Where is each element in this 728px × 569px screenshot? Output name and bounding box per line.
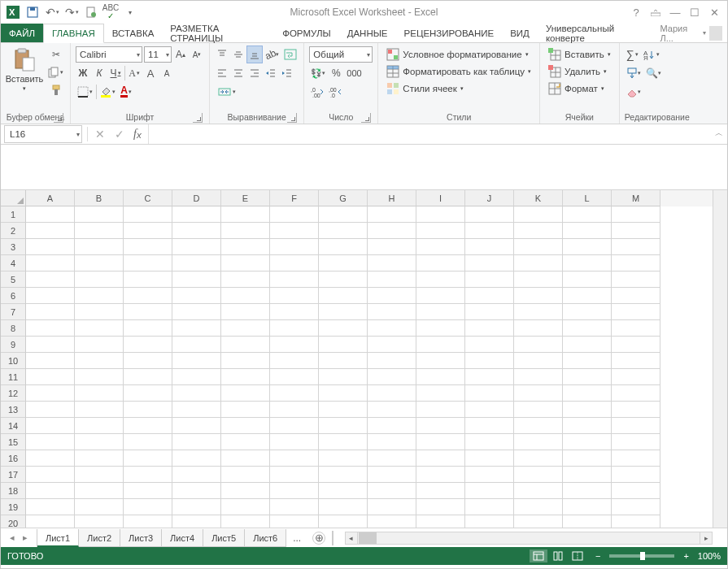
cell[interactable] [270,239,319,255]
cell[interactable] [514,304,563,320]
number-dialog-launcher[interactable] [361,113,371,123]
cell[interactable] [612,467,660,483]
tab-review[interactable]: РЕЦЕНЗИРОВАНИЕ [396,24,503,42]
cell[interactable] [612,483,660,499]
row-header[interactable]: 14 [1,418,26,434]
conditional-formatting-button[interactable]: Условное форматирование▾ [383,46,534,63]
cell[interactable] [26,418,75,434]
cell[interactable] [221,467,270,483]
cell[interactable] [75,515,124,528]
row-header[interactable]: 20 [1,515,26,528]
row-header[interactable]: 4 [1,255,26,271]
cell[interactable] [368,450,416,467]
column-header[interactable]: F [270,190,319,206]
autosum-button[interactable]: ∑▾ [625,46,640,63]
view-page-break-button[interactable] [569,549,586,562]
column-header[interactable]: L [563,190,612,206]
merge-button[interactable]: ▾ [215,84,239,100]
cell[interactable] [368,499,416,515]
cell[interactable] [75,353,124,369]
add-sheet-button[interactable]: ⊕ [312,532,325,545]
cell[interactable] [368,239,416,255]
cell[interactable] [563,320,612,337]
cell[interactable] [368,483,416,499]
horizontal-scrollbar[interactable]: ◂ ▸ [345,532,713,545]
zoom-in-button[interactable]: + [681,551,691,561]
cell[interactable] [465,515,514,528]
zoom-slider[interactable] [609,554,674,558]
cell[interactable] [270,271,319,288]
cell[interactable] [270,320,319,337]
cell[interactable] [368,288,416,304]
cell[interactable] [416,467,465,483]
cell[interactable] [26,255,75,271]
cell[interactable] [368,337,416,353]
tab-home[interactable]: ГЛАВНАЯ [43,24,104,43]
clear-button[interactable]: ▾ [625,84,643,100]
cell[interactable] [221,239,270,255]
cell[interactable] [26,385,75,402]
font-grow-a[interactable]: A [143,65,158,81]
cell[interactable] [221,515,270,528]
percent-button[interactable]: % [329,65,343,81]
cell[interactable] [416,385,465,402]
close-button[interactable]: ✕ [704,3,724,21]
cell[interactable] [368,271,416,288]
cell[interactable] [221,320,270,337]
cell[interactable] [26,483,75,499]
cell[interactable] [612,418,660,434]
formula-collapse-button[interactable]: ︿ [715,128,723,139]
cell[interactable] [563,353,612,369]
cell[interactable] [124,320,172,337]
cell[interactable] [75,434,124,450]
cell[interactable] [514,483,563,499]
column-header[interactable]: H [368,190,416,206]
cell[interactable] [368,255,416,271]
cell[interactable] [514,499,563,515]
cell[interactable] [514,255,563,271]
cell[interactable] [75,402,124,418]
format-cells-button[interactable]: Формат▾ [545,80,614,97]
font-size-combo[interactable]: 11▾ [144,46,172,63]
alignment-dialog-launcher[interactable] [287,113,297,123]
cell[interactable] [465,304,514,320]
cell[interactable] [75,385,124,402]
cell[interactable] [172,402,221,418]
zoom-out-button[interactable]: − [593,551,603,561]
cell[interactable] [465,434,514,450]
cell[interactable] [612,223,660,239]
row-header[interactable]: 11 [1,369,26,385]
cell[interactable] [124,239,172,255]
cell[interactable] [26,239,75,255]
qat-customize[interactable]: ▾ [121,3,139,21]
row-header[interactable]: 6 [1,288,26,304]
row-header[interactable]: 18 [1,483,26,499]
currency-button[interactable]: 💱▾ [309,65,327,81]
row-header[interactable]: 19 [1,499,26,515]
cell[interactable] [221,271,270,288]
cell[interactable] [465,255,514,271]
cell[interactable] [416,223,465,239]
cell[interactable] [172,337,221,353]
cell[interactable] [221,337,270,353]
cell[interactable] [270,255,319,271]
cell[interactable] [172,288,221,304]
cell[interactable] [124,385,172,402]
cell[interactable] [172,515,221,528]
cell[interactable] [270,515,319,528]
spellcheck-button[interactable]: ABC✓ [102,3,120,21]
cell[interactable] [465,223,514,239]
cell[interactable] [270,223,319,239]
cell[interactable] [416,353,465,369]
align-middle-button[interactable] [231,46,246,63]
increase-decimal-button[interactable]: ,0,00 [309,84,325,100]
cell[interactable] [319,337,368,353]
cell[interactable] [124,450,172,467]
cell[interactable] [221,288,270,304]
cell[interactable] [270,402,319,418]
vertical-scrollbar[interactable] [713,190,727,528]
cell[interactable] [221,434,270,450]
cell[interactable] [26,499,75,515]
cell[interactable] [465,385,514,402]
cell[interactable] [221,499,270,515]
